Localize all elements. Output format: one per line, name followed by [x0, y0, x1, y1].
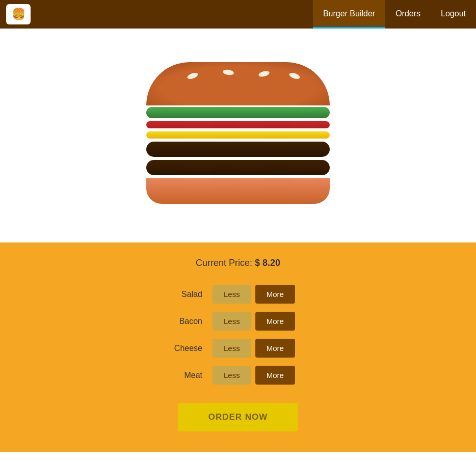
- less-salad-button[interactable]: Less: [213, 285, 251, 304]
- navbar-links: Burger Builder Orders Logout: [313, 0, 476, 29]
- sesame-4: [288, 72, 301, 80]
- logo-icon: 🍔: [12, 8, 25, 21]
- layer-meat-1: [146, 142, 330, 157]
- more-cheese-button[interactable]: More: [255, 339, 295, 358]
- burger-preview-area: [0, 29, 476, 242]
- sesame-1: [187, 72, 199, 80]
- nav-orders[interactable]: Orders: [385, 0, 431, 29]
- bun-bottom: [146, 178, 330, 204]
- navbar: 🍔 Burger Builder Orders Logout: [0, 0, 476, 29]
- ingredient-name-salad: Salad: [156, 290, 202, 299]
- layer-meat-2: [146, 160, 330, 175]
- burger: [141, 62, 335, 204]
- price-display: Current Price: $ 8.20: [196, 258, 280, 268]
- ingredient-row-meat: Meat Less More: [156, 366, 320, 385]
- nav-logout[interactable]: Logout: [431, 0, 476, 29]
- more-salad-button[interactable]: More: [255, 285, 295, 304]
- sesame-2: [222, 69, 234, 76]
- nav-burger-builder[interactable]: Burger Builder: [313, 0, 385, 29]
- order-now-button[interactable]: ORDER NOW: [178, 403, 299, 431]
- ingredient-name-bacon: Bacon: [156, 317, 202, 326]
- bun-top: [146, 62, 330, 105]
- layer-cheese: [146, 131, 330, 139]
- price-value: $ 8.20: [255, 258, 280, 268]
- ingredient-row-cheese: Cheese Less More: [156, 339, 320, 358]
- controls-area: Current Price: $ 8.20 Salad Less More Ba…: [0, 242, 476, 452]
- less-cheese-button[interactable]: Less: [213, 339, 251, 358]
- ingredient-name-meat: Meat: [156, 371, 202, 380]
- layer-bacon: [146, 121, 330, 128]
- more-meat-button[interactable]: More: [255, 366, 295, 385]
- ingredient-row-bacon: Bacon Less More: [156, 312, 320, 331]
- less-meat-button[interactable]: Less: [213, 366, 251, 385]
- navbar-logo: 🍔: [6, 4, 31, 24]
- ingredient-row-salad: Salad Less More: [156, 285, 320, 304]
- ingredient-name-cheese: Cheese: [156, 344, 202, 353]
- layer-salad: [146, 107, 330, 118]
- sesame-3: [258, 70, 270, 77]
- less-bacon-button[interactable]: Less: [213, 312, 251, 331]
- more-bacon-button[interactable]: More: [255, 312, 295, 331]
- price-label-text: Current Price:: [196, 258, 252, 268]
